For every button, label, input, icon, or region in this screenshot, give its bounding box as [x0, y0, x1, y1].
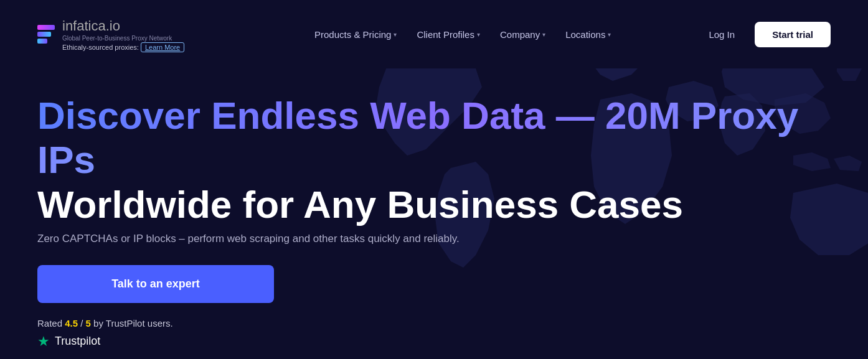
logo-name: infatica.io [62, 18, 184, 34]
hero-section: Discover Endless Web Data — 20M Proxy IP… [0, 68, 868, 350]
nav-right: Log In Start trial [701, 22, 831, 47]
logo-subtitle: Global Peer-to-Business Proxy Network [62, 35, 184, 42]
rating-separator: / [80, 318, 83, 329]
nav-item-locations[interactable]: Locations ▾ [558, 24, 618, 45]
hero-headline-gradient: Discover Endless Web Data — 20M Proxy IP… [37, 94, 798, 181]
talk-to-expert-button[interactable]: Talk to an expert [37, 265, 274, 303]
chevron-down-icon: ▾ [542, 31, 545, 38]
chevron-down-icon: ▾ [394, 31, 397, 38]
logo-text-block: infatica.io Global Peer-to-Business Prox… [62, 18, 184, 51]
nav-item-products[interactable]: Products & Pricing ▾ [307, 24, 404, 45]
logo-section: infatica.io Global Peer-to-Business Prox… [37, 18, 199, 51]
nav-locations-label: Locations [565, 29, 605, 40]
rating-section: Rated 4.5 / 5 by TrustPilot users. ★ Tru… [37, 318, 831, 350]
start-trial-button[interactable]: Start trial [755, 22, 831, 47]
trustpilot-label: Trustpilot [55, 335, 100, 348]
logo-tld: .io [106, 18, 120, 34]
logo-icon [37, 25, 55, 44]
nav-client-label: Client Profiles [417, 29, 474, 40]
nav-links: Products & Pricing ▾ Client Profiles ▾ C… [224, 24, 701, 45]
nav-products-label: Products & Pricing [314, 29, 391, 40]
learn-more-link[interactable]: Learn More [141, 42, 184, 52]
navbar: infatica.io Global Peer-to-Business Prox… [0, 0, 868, 68]
hero-subtext: Zero CAPTCHAs or IP blocks – perform web… [37, 233, 473, 245]
chevron-down-icon: ▾ [608, 31, 611, 38]
rating-value: 4.5 [65, 318, 78, 329]
hero-headline: Discover Endless Web Data — 20M Proxy IP… [37, 93, 831, 226]
nav-company-label: Company [500, 29, 540, 40]
rating-text: Rated 4.5 / 5 by TrustPilot users. [37, 318, 831, 329]
rating-prefix: Rated [37, 318, 62, 329]
rating-max: 5 [86, 318, 91, 329]
nav-item-client-profiles[interactable]: Client Profiles ▾ [409, 24, 488, 45]
nav-item-company[interactable]: Company ▾ [493, 24, 553, 45]
ethically-label: Ethicaly-sourced proxies: [62, 44, 139, 51]
logo-ethically: Ethicaly-sourced proxies: Learn More [62, 44, 184, 51]
login-button[interactable]: Log In [701, 24, 742, 45]
rating-suffix: by TrustPilot users. [93, 318, 173, 329]
chevron-down-icon: ▾ [477, 31, 480, 38]
logo-brand-text: infatica [62, 18, 106, 34]
trustpilot-star-icon: ★ [37, 333, 50, 350]
hero-headline-white: Worldwide for Any Business Cases [37, 183, 683, 226]
trustpilot-row: ★ Trustpilot [37, 333, 831, 350]
